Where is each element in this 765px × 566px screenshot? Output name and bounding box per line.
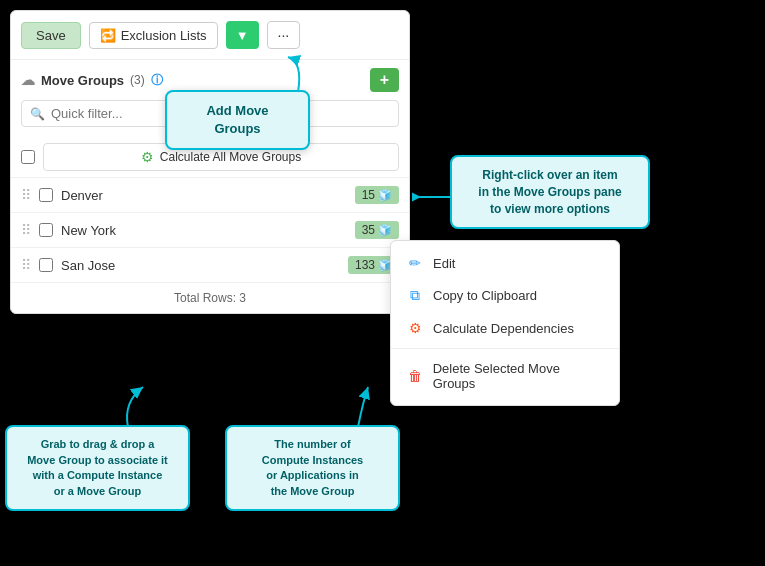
table-row: ⠿ Denver 15 🧊 <box>11 177 409 212</box>
tooltip-right-click: Right-click over an itemin the Move Grou… <box>450 155 650 229</box>
tooltip-right-click-text: Right-click over an itemin the Move Grou… <box>478 168 621 216</box>
context-edit[interactable]: ✏ Edit <box>391 247 619 279</box>
tooltip-add-move-groups: Add MoveGroups <box>165 90 310 150</box>
more-icon: ··· <box>278 27 290 43</box>
row-checkbox-newyork[interactable] <box>39 223 53 237</box>
row-checkbox-denver[interactable] <box>39 188 53 202</box>
row-name-sanjose: San Jose <box>61 258 340 273</box>
filter-button[interactable]: ▼ <box>226 21 259 49</box>
filter-icon: ▼ <box>236 28 249 43</box>
table-row: ⠿ San Jose 133 🧊 <box>11 247 409 282</box>
section-count: (3) <box>130 73 145 87</box>
tooltip-compute-text: The number ofCompute Instancesor Applica… <box>262 438 363 496</box>
cube-icon: 🧊 <box>378 189 392 202</box>
copy-icon: ⧉ <box>407 287 423 304</box>
select-all-checkbox[interactable] <box>21 150 35 164</box>
save-button[interactable]: Save <box>21 22 81 49</box>
edit-icon: ✏ <box>407 255 423 271</box>
arrow-svg-compute <box>338 382 378 432</box>
exclusion-icon: 🔁 <box>100 28 116 43</box>
instance-badge-denver: 15 🧊 <box>355 186 399 204</box>
arrow-svg-rightclick <box>412 187 457 207</box>
main-panel: Save 🔁 Exclusion Lists ▼ ··· ☁ Move Grou… <box>10 10 410 314</box>
arrow-svg-add <box>248 52 308 97</box>
delete-icon: 🗑 <box>407 368 423 384</box>
more-button[interactable]: ··· <box>267 21 301 49</box>
context-copy[interactable]: ⧉ Copy to Clipboard <box>391 279 619 312</box>
instance-badge-newyork: 35 🧊 <box>355 221 399 239</box>
tooltip-drag: Grab to drag & drop aMove Group to assoc… <box>5 425 190 511</box>
footer-count: 3 <box>239 291 246 305</box>
context-delete[interactable]: 🗑 Delete Selected Move Groups <box>391 353 619 399</box>
add-move-group-button[interactable]: + <box>370 68 399 92</box>
toolbar: Save 🔁 Exclusion Lists ▼ ··· <box>11 21 409 60</box>
context-menu: ✏ Edit ⧉ Copy to Clipboard ⚙ Calculate D… <box>390 240 620 406</box>
context-calculate-deps[interactable]: ⚙ Calculate Dependencies <box>391 312 619 344</box>
drag-handle[interactable]: ⠿ <box>21 257 31 273</box>
cloud-icon: ☁ <box>21 72 35 88</box>
section-title-group: ☁ Move Groups (3) ⓘ <box>21 72 163 89</box>
drag-handle[interactable]: ⠿ <box>21 222 31 238</box>
tooltip-add-move-text: Add MoveGroups <box>206 103 268 136</box>
arrow-svg-drag <box>118 382 178 432</box>
cube-icon: 🧊 <box>378 224 392 237</box>
table-row: ⠿ New York 35 🧊 <box>11 212 409 247</box>
info-icon[interactable]: ⓘ <box>151 72 163 89</box>
row-name-denver: Denver <box>61 188 347 203</box>
drag-handle[interactable]: ⠿ <box>21 187 31 203</box>
section-title: Move Groups <box>41 73 124 88</box>
tooltip-drag-text: Grab to drag & drop aMove Group to assoc… <box>27 438 168 496</box>
footer-label: Total Rows: <box>174 291 236 305</box>
calculate-icon: ⚙ <box>141 149 154 165</box>
calc-deps-icon: ⚙ <box>407 320 423 336</box>
context-separator <box>391 348 619 349</box>
tooltip-compute: The number ofCompute Instancesor Applica… <box>225 425 400 511</box>
search-icon: 🔍 <box>30 107 45 121</box>
exclusion-lists-button[interactable]: 🔁 Exclusion Lists <box>89 22 218 49</box>
panel-footer: Total Rows: 3 <box>11 282 409 313</box>
row-name-newyork: New York <box>61 223 347 238</box>
row-checkbox-sanjose[interactable] <box>39 258 53 272</box>
